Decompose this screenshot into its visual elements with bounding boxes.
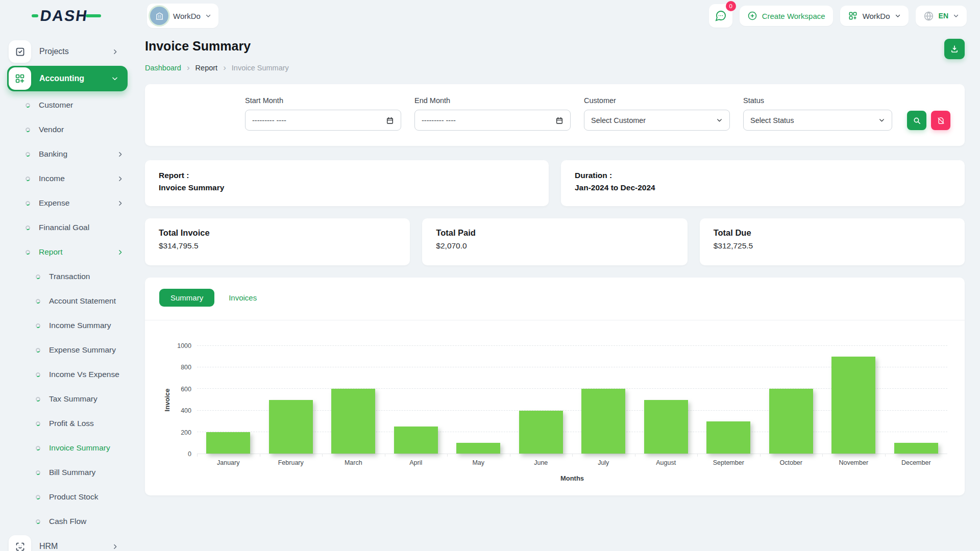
breadcrumb-dashboard[interactable]: Dashboard (145, 64, 181, 72)
bar-march[interactable] (322, 346, 385, 454)
bar-august[interactable] (635, 346, 698, 454)
sidebar-item-projects[interactable]: Projects (7, 39, 128, 64)
topbar-actions: 0 Create Workspace WorkDo EN (709, 4, 980, 28)
search-button[interactable] (907, 111, 926, 130)
bullet-icon (35, 372, 41, 378)
status-select[interactable]: Select Status (743, 110, 892, 131)
bar-january[interactable] (197, 346, 260, 454)
language-selector[interactable]: EN (916, 6, 967, 27)
tab-summary[interactable]: Summary (159, 289, 214, 307)
plot (197, 346, 947, 454)
sidebar-item-label: Financial Goal (39, 223, 89, 232)
bar-february[interactable] (260, 346, 323, 454)
sidebar-item-tax-summary[interactable]: Tax Summary (7, 387, 128, 411)
stats-row: Total Invoice $314,795.5 Total Paid $2,0… (145, 218, 965, 265)
app-menu-label: WorkDo (863, 12, 890, 20)
start-month-group: Start Month --------- ---- (245, 96, 401, 131)
x-tick-label: October (760, 459, 823, 466)
stat-label: Total Due (714, 228, 951, 238)
app-menu-button[interactable]: WorkDo (840, 6, 909, 26)
x-tick-label: April (385, 459, 448, 466)
workspace-avatar (150, 7, 168, 25)
sidebar-item-expense-summary[interactable]: Expense Summary (7, 338, 128, 362)
bar-december[interactable] (885, 346, 948, 454)
hrm-icon (9, 535, 31, 551)
y-tick-label: 400 (181, 407, 191, 414)
sidebar-item-banking[interactable]: Banking (7, 142, 128, 166)
bar-may[interactable] (447, 346, 510, 454)
reset-filter-button[interactable] (931, 111, 950, 130)
y-axis-ticks: 02004006008001000 (174, 346, 197, 454)
sidebar-item-profit-loss[interactable]: Profit & Loss (7, 411, 128, 436)
bar-june[interactable] (510, 346, 573, 454)
x-tick-label: February (260, 459, 323, 466)
chevron-right-icon (112, 48, 122, 55)
sidebar-item-transaction[interactable]: Transaction (7, 264, 128, 289)
duration-card-value: Jan-2024 to Dec-2024 (575, 183, 951, 192)
bar-november[interactable] (822, 346, 885, 454)
bullet-icon (25, 225, 31, 231)
sidebar-item-vendor[interactable]: Vendor (7, 117, 128, 142)
sidebar-item-bill-summary[interactable]: Bill Summary (7, 460, 128, 485)
bar-october[interactable] (760, 346, 823, 454)
x-tick-label: July (572, 459, 635, 466)
x-tick-label: August (635, 459, 698, 466)
start-month-input[interactable]: --------- ---- (245, 110, 401, 131)
topbar: DASH WorkDo 0 Create Workspace WorkDo EN (0, 0, 980, 32)
sidebar-item-hrm[interactable]: HRM (7, 534, 128, 551)
workspace-name: WorkDo (173, 12, 201, 20)
sidebar-item-report[interactable]: Report (7, 240, 128, 264)
sidebar-item-accounting[interactable]: Accounting (7, 66, 128, 91)
sidebar-item-income[interactable]: Income (7, 166, 128, 191)
bullet-icon (25, 103, 31, 108)
x-axis-row: JanuaryFebruaryMarchAprilMayJuneJulyAugu… (160, 454, 947, 466)
sidebar-item-label: Customer (39, 101, 73, 110)
bar-rect (894, 443, 938, 454)
duration-card-title: Duration : (575, 171, 951, 180)
sidebar-item-customer[interactable]: Customer (7, 93, 128, 117)
workspace-switcher[interactable]: WorkDo (147, 4, 218, 28)
clear-filter-icon (937, 116, 945, 125)
breadcrumb-separator-icon: › (187, 63, 190, 72)
bullet-icon (35, 519, 41, 524)
bar-july[interactable] (572, 346, 635, 454)
customer-select[interactable]: Select Customer (584, 110, 730, 131)
bullet-icon (35, 494, 41, 500)
download-button[interactable] (944, 39, 965, 59)
end-month-input[interactable]: --------- ---- (414, 110, 571, 131)
breadcrumb-report[interactable]: Report (195, 64, 218, 72)
sidebar-item-label: Account Statement (49, 296, 116, 306)
create-workspace-button[interactable]: Create Workspace (740, 6, 833, 26)
chevron-down-icon (716, 117, 723, 123)
sidebar-item-product-stock[interactable]: Product Stock (7, 485, 128, 509)
sidebar-item-expense[interactable]: Expense (7, 191, 128, 215)
x-tick-label: November (822, 459, 885, 466)
category-icon (9, 67, 31, 90)
x-tick-label: June (510, 459, 573, 466)
sidebar-item-label: Expense (39, 198, 69, 208)
main-content: Invoice Summary Dashboard › Report › Inv… (133, 32, 980, 551)
sidebar-item-label: Profit & Loss (49, 419, 94, 428)
sidebar-item-financial-goal[interactable]: Financial Goal (7, 215, 128, 240)
dash-logo[interactable]: DASH (32, 7, 101, 24)
status-group: Status Select Status (743, 96, 892, 131)
bullet-icon (35, 323, 41, 329)
bullet-icon (35, 470, 41, 475)
bar-september[interactable] (697, 346, 760, 454)
sidebar-item-label: Bill Summary (49, 468, 95, 477)
sidebar-item-label: Report (39, 247, 63, 257)
bar-april[interactable] (385, 346, 448, 454)
bullet-icon (35, 421, 41, 427)
messages-button[interactable]: 0 (709, 4, 732, 28)
start-month-value: --------- ---- (252, 116, 386, 124)
sidebar-item-cash-flow[interactable]: Cash Flow (7, 509, 128, 534)
sidebar-item-account-statement[interactable]: Account Statement (7, 289, 128, 313)
stat-label: Total Invoice (159, 228, 396, 238)
sidebar-item-income-vs-expense[interactable]: Income Vs Expense (7, 362, 128, 387)
sidebar-item-label: Product Stock (49, 492, 99, 502)
sidebar-item-invoice-summary[interactable]: Invoice Summary (7, 436, 128, 460)
invoice-bar-chart: Invoice 02004006008001000 JanuaryFebruar… (160, 346, 947, 482)
tab-invoices[interactable]: Invoices (229, 293, 257, 302)
bullet-icon (25, 249, 31, 255)
sidebar-item-income-summary[interactable]: Income Summary (7, 313, 128, 338)
